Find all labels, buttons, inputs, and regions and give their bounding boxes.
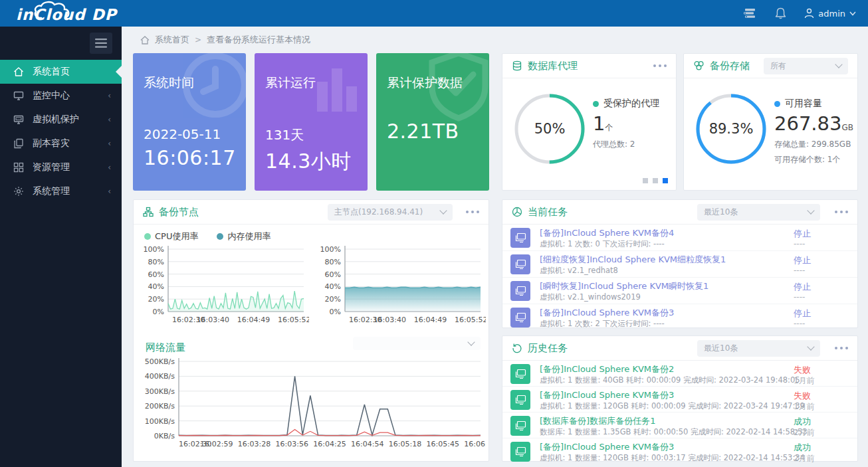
chevron-left-icon: ‹: [108, 91, 111, 100]
topbar-actions: admin: [743, 0, 856, 27]
stat-card-title: 累计保护数据: [387, 74, 479, 92]
sidebar-item-monitor-center[interactable]: 监控中心 ‹: [0, 84, 122, 108]
notification-bell-icon[interactable]: [774, 7, 787, 20]
y-tick-label: 80%: [325, 258, 341, 266]
panel-db-agent: 数据库代理 50% 受保护的代理 1个 代理总数: 2: [502, 53, 677, 191]
panel-title: 历史任务: [528, 342, 568, 355]
chevron-down-icon: [467, 338, 475, 345]
chevron-left-icon: ‹: [108, 187, 111, 196]
legend-dot: [774, 101, 780, 107]
task-time: 2月前: [794, 453, 815, 464]
task-details: 虚拟机: 1 次数: 2 下次运行时间: ----: [540, 318, 857, 329]
y-tick-label: 200KB/s: [145, 402, 175, 411]
task-time: ----: [794, 266, 805, 275]
cpu-usage-chart: 0%20%40%60%80%100%16:02:3016:03:4016:04:…: [138, 242, 309, 334]
task-status[interactable]: 停止: [794, 282, 811, 292]
sidebar-collapse-button[interactable]: [90, 33, 112, 54]
hamburger-icon: [95, 39, 107, 48]
chevron-left-icon: ‹: [108, 163, 111, 172]
more-menu[interactable]: [835, 211, 848, 213]
task-time: ----: [794, 292, 805, 302]
storage-icon: [693, 60, 705, 71]
sidebar-item-home[interactable]: 系统首页: [0, 60, 122, 84]
stat-card-title: 系统时间: [144, 74, 235, 92]
panel-title: 数据库代理: [528, 60, 578, 72]
sidebar-item-vm-protect[interactable]: 虚拟机保护 ‹: [0, 108, 122, 132]
chevron-down-icon: [439, 207, 447, 214]
dropdown-value: 主节点(192.168.94.41): [334, 207, 423, 218]
sidebar-item-system[interactable]: 系统管理 ‹: [0, 179, 122, 203]
x-tick-label: 16:03:40: [197, 316, 229, 324]
net-chart-svg: 0KB/s100KB/s200KB/s300KB/s400KB/s500KB/s…: [138, 355, 486, 458]
y-tick-label: 100%: [144, 245, 164, 254]
pagination-dot[interactable]: [643, 178, 648, 183]
sidebar-item-replica-dr[interactable]: 副本容灾 ‹: [0, 132, 122, 155]
legend-label: CPU使用率: [155, 231, 198, 242]
task-status[interactable]: 成功: [794, 442, 811, 452]
storage-donut: 89.3%: [695, 92, 768, 165]
task-status[interactable]: 停止: [794, 229, 811, 238]
cpu-chart-svg: 0%20%40%60%80%100%16:02:3016:03:4016:04:…: [138, 242, 309, 332]
sidebar-item-resources[interactable]: 资源管理 ‹: [0, 155, 122, 179]
panel-backup-node: 备份节点 主节点(192.168.94.41) CPU使用率 内存使用率 0%2…: [133, 199, 489, 462]
available-capacity: 267.83: [774, 112, 841, 135]
mem-chart-svg: 0%20%40%60%80%100%16:02:3016:03:4016:04:…: [314, 242, 486, 332]
task-status[interactable]: 失败: [794, 391, 811, 401]
x-tick-label: 16:05:52: [455, 316, 486, 324]
y-tick-label: 60%: [325, 270, 341, 279]
chevron-down-icon: [807, 343, 814, 350]
carousel-pagination: [643, 178, 668, 183]
grid-icon: [13, 162, 24, 173]
breadcrumb-home[interactable]: 系统首页: [155, 34, 189, 46]
more-menu[interactable]: [653, 64, 667, 67]
panel-history-tasks-header: 历史任务 最近10条: [502, 336, 857, 361]
user-menu[interactable]: admin: [804, 8, 856, 19]
y-tick-label: 20%: [325, 295, 341, 304]
current-tasks-dropdown[interactable]: 最近10条: [697, 204, 820, 221]
pagination-dot[interactable]: [653, 178, 658, 183]
node-selector-dropdown[interactable]: 主节点(192.168.94.41): [328, 204, 453, 221]
network-traffic-title: 网络流量: [146, 341, 185, 354]
tasks-pie-icon: [512, 207, 522, 217]
y-tick-label: 80%: [148, 258, 164, 266]
task-details: 虚拟机: 1 次数: 0 下次运行时间: ----: [540, 238, 857, 249]
user-icon: [804, 8, 814, 19]
storage-available-count: 可用存储个数: 1个: [774, 154, 853, 165]
storage-filter-dropdown[interactable]: 所有: [764, 58, 848, 74]
stat-card-hours: 14.3小时: [265, 148, 357, 175]
more-menu[interactable]: [466, 211, 479, 213]
dropdown-value: 最近10条: [704, 207, 738, 218]
y-tick-label: 0KB/s: [154, 432, 175, 440]
more-menu[interactable]: [835, 347, 848, 349]
logo-text: inCloud DP: [16, 6, 117, 23]
panel-current-tasks: 当前任务 最近10条 [备份]InCloud Sphere KVM备份4 虚拟机…: [502, 199, 858, 328]
task-status[interactable]: 成功: [794, 417, 811, 426]
sidebar-item-label: 副本容灾: [33, 138, 70, 149]
task-status[interactable]: 停止: [794, 308, 811, 318]
agent-total: 代理总数: 2: [593, 139, 659, 150]
network-filter-dropdown[interactable]: [353, 337, 481, 350]
sidebar-item-label: 系统管理: [33, 185, 70, 197]
history-tasks-dropdown[interactable]: 最近10条: [697, 340, 820, 357]
task-row: [备份]InCloud Sphere KVM备份2 虚拟机: 1 数据量: 40…: [502, 361, 857, 387]
task-status[interactable]: 停止: [794, 255, 811, 265]
panel-history-tasks: 历史任务 最近10条 [备份]InCloud Sphere KVM备份2 虚拟机…: [502, 335, 858, 462]
task-row: [数据库备份]数据库备份任务1 数据库: 1 数据量: 1.35GB 耗时: 0…: [502, 413, 857, 438]
db-agent-donut: 50%: [513, 92, 586, 165]
panel-backup-storage: 备份存储 所有 89.3% 可用容量 267.83GB 存储: [683, 53, 858, 191]
legend-label: 受保护的代理: [603, 98, 659, 110]
legend-label: 可用容量: [785, 98, 822, 110]
server-list-icon[interactable]: [743, 7, 756, 20]
task-row: [备份]InCloud Sphere KVM备份3 虚拟机: 1 数据量: 12…: [502, 438, 857, 464]
task-status[interactable]: 失败: [794, 365, 811, 375]
task-time: ----: [794, 239, 805, 248]
y-tick-label: 100%: [320, 245, 341, 254]
panel-db-agent-header: 数据库代理: [502, 54, 676, 78]
x-tick-label: 16:03:56: [276, 440, 308, 448]
task-details: 虚拟机: v2.1_windows2019: [540, 292, 857, 302]
chevron-left-icon: ‹: [108, 139, 111, 148]
legend-label: 内存使用率: [227, 231, 271, 242]
vm-task-icon: [510, 281, 530, 301]
y-tick-label: 40%: [148, 282, 164, 291]
pagination-dot-active[interactable]: [663, 178, 668, 183]
